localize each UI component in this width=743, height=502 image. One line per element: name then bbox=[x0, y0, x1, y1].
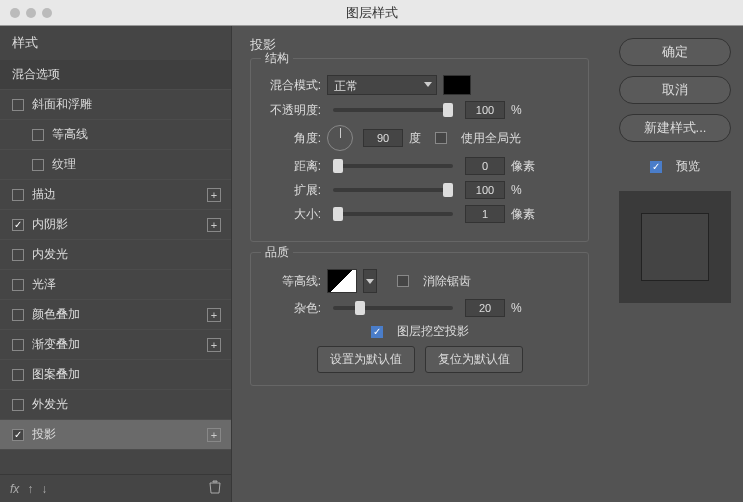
add-effect-icon[interactable]: + bbox=[207, 338, 221, 352]
style-item-10[interactable]: 外发光 bbox=[0, 390, 231, 420]
style-label: 渐变叠加 bbox=[32, 336, 80, 353]
style-checkbox[interactable] bbox=[12, 279, 24, 291]
dialog-buttons: 确定 取消 新建样式... 预览 bbox=[607, 26, 743, 502]
add-effect-icon[interactable]: + bbox=[207, 218, 221, 232]
style-checkbox[interactable] bbox=[12, 99, 24, 111]
size-input[interactable]: 1 bbox=[465, 205, 505, 223]
cancel-button[interactable]: 取消 bbox=[619, 76, 731, 104]
spread-row: 扩展: 100 % bbox=[263, 181, 576, 199]
style-item-2[interactable]: 纹理 bbox=[0, 150, 231, 180]
opacity-slider[interactable] bbox=[333, 108, 453, 112]
style-label: 等高线 bbox=[52, 126, 88, 143]
new-style-button[interactable]: 新建样式... bbox=[619, 114, 731, 142]
window-title: 图层样式 bbox=[346, 4, 398, 22]
quality-group: 品质 等高线: 消除锯齿 杂色: 20 % 图层挖空 bbox=[250, 252, 589, 386]
styles-sidebar: 样式 混合选项 斜面和浮雕等高线纹理描边+内阴影+内发光光泽颜色叠加+渐变叠加+… bbox=[0, 26, 232, 502]
reset-default-button[interactable]: 复位为默认值 bbox=[425, 346, 523, 373]
style-label: 颜色叠加 bbox=[32, 306, 80, 323]
contour-row: 等高线: 消除锯齿 bbox=[263, 269, 576, 293]
style-list: 混合选项 斜面和浮雕等高线纹理描边+内阴影+内发光光泽颜色叠加+渐变叠加+图案叠… bbox=[0, 60, 231, 474]
blend-mode-row: 混合模式: 正常 bbox=[263, 75, 576, 95]
effect-title: 投影 bbox=[250, 36, 589, 54]
layer-style-dialog: 图层样式 样式 混合选项 斜面和浮雕等高线纹理描边+内阴影+内发光光泽颜色叠加+… bbox=[0, 0, 743, 502]
style-item-7[interactable]: 颜色叠加+ bbox=[0, 300, 231, 330]
size-row: 大小: 1 像素 bbox=[263, 205, 576, 223]
add-effect-icon[interactable]: + bbox=[207, 308, 221, 322]
angle-dial[interactable] bbox=[327, 125, 353, 151]
style-label: 图案叠加 bbox=[32, 366, 80, 383]
style-label: 描边 bbox=[32, 186, 56, 203]
style-label: 光泽 bbox=[32, 276, 56, 293]
distance-row: 距离: 0 像素 bbox=[263, 157, 576, 175]
style-checkbox[interactable] bbox=[12, 249, 24, 261]
add-effect-icon[interactable]: + bbox=[207, 188, 221, 202]
style-label: 斜面和浮雕 bbox=[32, 96, 92, 113]
noise-slider[interactable] bbox=[333, 306, 453, 310]
contour-dropdown[interactable] bbox=[363, 269, 377, 293]
preview-swatch bbox=[641, 213, 709, 281]
structure-group: 结构 混合模式: 正常 不透明度: 100 % 角度: bbox=[250, 58, 589, 242]
style-label: 内阴影 bbox=[32, 216, 68, 233]
style-checkbox[interactable] bbox=[12, 369, 24, 381]
style-item-0[interactable]: 斜面和浮雕 bbox=[0, 90, 231, 120]
style-item-1[interactable]: 等高线 bbox=[0, 120, 231, 150]
style-item-4[interactable]: 内阴影+ bbox=[0, 210, 231, 240]
trash-icon[interactable] bbox=[209, 480, 221, 497]
make-default-button[interactable]: 设置为默认值 bbox=[317, 346, 415, 373]
style-checkbox[interactable] bbox=[32, 129, 44, 141]
effect-settings: 投影 结构 混合模式: 正常 不透明度: 100 % bbox=[232, 26, 607, 502]
spread-input[interactable]: 100 bbox=[465, 181, 505, 199]
style-item-11[interactable]: 投影+ bbox=[0, 420, 231, 450]
distance-input[interactable]: 0 bbox=[465, 157, 505, 175]
style-item-3[interactable]: 描边+ bbox=[0, 180, 231, 210]
style-label: 内发光 bbox=[32, 246, 68, 263]
shadow-color-swatch[interactable] bbox=[443, 75, 471, 95]
size-slider[interactable] bbox=[333, 212, 453, 216]
minimize-icon[interactable] bbox=[26, 8, 36, 18]
global-light-checkbox[interactable] bbox=[435, 132, 447, 144]
style-checkbox[interactable] bbox=[32, 159, 44, 171]
zoom-icon[interactable] bbox=[42, 8, 52, 18]
sidebar-header: 样式 bbox=[0, 26, 231, 60]
spread-slider[interactable] bbox=[333, 188, 453, 192]
distance-slider[interactable] bbox=[333, 164, 453, 168]
style-item-6[interactable]: 光泽 bbox=[0, 270, 231, 300]
opacity-row: 不透明度: 100 % bbox=[263, 101, 576, 119]
style-label: 纹理 bbox=[52, 156, 76, 173]
blending-options[interactable]: 混合选项 bbox=[0, 60, 231, 90]
opacity-input[interactable]: 100 bbox=[465, 101, 505, 119]
style-item-9[interactable]: 图案叠加 bbox=[0, 360, 231, 390]
style-checkbox[interactable] bbox=[12, 189, 24, 201]
close-icon[interactable] bbox=[10, 8, 20, 18]
contour-picker[interactable] bbox=[327, 269, 357, 293]
style-checkbox[interactable] bbox=[12, 219, 24, 231]
window-controls bbox=[10, 8, 52, 18]
antialias-checkbox[interactable] bbox=[397, 275, 409, 287]
fx-menu[interactable]: fx bbox=[10, 482, 19, 496]
noise-input[interactable]: 20 bbox=[465, 299, 505, 317]
angle-input[interactable]: 90 bbox=[363, 129, 403, 147]
chevron-down-icon bbox=[424, 82, 432, 87]
style-label: 投影 bbox=[32, 426, 56, 443]
preview-box bbox=[619, 191, 731, 303]
style-item-8[interactable]: 渐变叠加+ bbox=[0, 330, 231, 360]
sidebar-footer: fx ↑ ↓ bbox=[0, 474, 231, 502]
blend-mode-select[interactable]: 正常 bbox=[327, 75, 437, 95]
style-checkbox[interactable] bbox=[12, 429, 24, 441]
style-checkbox[interactable] bbox=[12, 339, 24, 351]
noise-row: 杂色: 20 % bbox=[263, 299, 576, 317]
style-label: 外发光 bbox=[32, 396, 68, 413]
preview-checkbox[interactable] bbox=[650, 161, 662, 173]
titlebar: 图层样式 bbox=[0, 0, 743, 26]
knockout-checkbox[interactable] bbox=[371, 326, 383, 338]
angle-row: 角度: 90 度 使用全局光 bbox=[263, 125, 576, 151]
style-checkbox[interactable] bbox=[12, 309, 24, 321]
arrow-up-icon[interactable]: ↑ bbox=[27, 482, 33, 496]
style-item-5[interactable]: 内发光 bbox=[0, 240, 231, 270]
style-checkbox[interactable] bbox=[12, 399, 24, 411]
ok-button[interactable]: 确定 bbox=[619, 38, 731, 66]
add-effect-icon[interactable]: + bbox=[207, 428, 221, 442]
arrow-down-icon[interactable]: ↓ bbox=[41, 482, 47, 496]
